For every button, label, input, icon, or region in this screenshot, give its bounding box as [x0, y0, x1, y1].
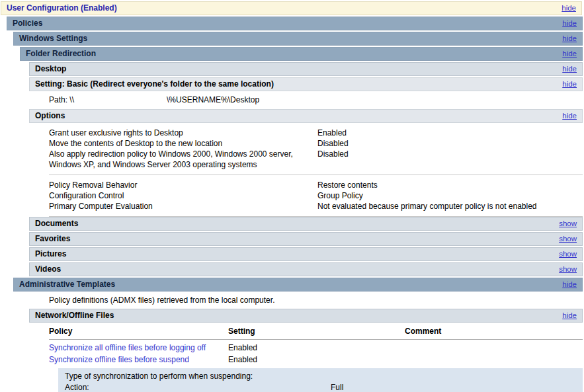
- favorites-show-link[interactable]: show: [559, 234, 577, 244]
- option-row: Grant user exclusive rights to Desktop E…: [49, 128, 583, 138]
- folder-redirection-header-bar: Folder Redirection hide: [20, 47, 583, 61]
- videos-title: Videos: [35, 264, 61, 274]
- detail-description: Type of synchronization to perform when …: [65, 371, 576, 382]
- policies-header-bar: Policies hide: [7, 17, 583, 30]
- behavior-row: Primary Computer Evaluation Not evaluate…: [49, 201, 583, 212]
- options-table: Grant user exclusive rights to Desktop E…: [49, 124, 583, 175]
- option-row: Move the contents of Desktop to the new …: [49, 138, 583, 149]
- option-value: Disabled: [317, 149, 583, 170]
- behavior-name: Policy Removal Behavior: [49, 180, 317, 190]
- behavior-row: Policy Removal Behavior Restore contents: [49, 180, 583, 190]
- desktop-setting-hide-link[interactable]: hide: [562, 79, 577, 89]
- network-offline-files-header-bar: Network/Offline Files hide: [29, 309, 583, 323]
- option-name: Grant user exclusive rights to Desktop: [49, 128, 317, 138]
- policies-title: Policies: [13, 19, 42, 28]
- column-header-policy: Policy: [49, 327, 228, 336]
- windows-settings-hide-link[interactable]: hide: [562, 34, 577, 44]
- policy-row: Synchronize offline files before suspend…: [49, 354, 583, 366]
- pictures-header-bar: Pictures show: [29, 247, 583, 261]
- user-configuration-hide-link[interactable]: hide: [562, 3, 576, 13]
- desktop-path-row: Path: \\\%USERNAME%\Desktop: [29, 93, 583, 109]
- behavior-value: Restore contents: [317, 180, 583, 190]
- option-value: Enabled: [317, 128, 583, 138]
- network-offline-files-hide-link[interactable]: hide: [562, 311, 577, 321]
- policy-detail-block: Type of synchronization to perform when …: [58, 368, 583, 392]
- desktop-section: Desktop hide Setting: Basic (Redirect ev…: [29, 62, 583, 276]
- policy-setting-value: Enabled: [228, 342, 405, 353]
- windows-settings-section: Windows Settings hide Folder Redirection…: [13, 32, 583, 392]
- desktop-header-bar: Desktop hide: [29, 62, 583, 76]
- behavior-name: Primary Computer Evaluation: [49, 201, 317, 212]
- network-policies-table: Policy Setting Comment Synchronize all o…: [49, 324, 583, 392]
- windows-settings-title: Windows Settings: [19, 34, 87, 44]
- documents-title: Documents: [35, 219, 78, 229]
- videos-show-link[interactable]: show: [559, 264, 577, 274]
- user-configuration-title: User Configuration (Enabled): [7, 3, 117, 13]
- desktop-setting-header-bar: Setting: Basic (Redirect everyone's fold…: [29, 77, 583, 91]
- policy-link-sync-logoff[interactable]: Synchronize all offline files before log…: [49, 343, 206, 352]
- policies-section: Policies hide Windows Settings hide Fold…: [7, 17, 583, 392]
- path-label: Path: \\: [49, 95, 74, 104]
- detail-action-label: Action:: [65, 382, 331, 392]
- administrative-templates-title: Administrative Templates: [19, 280, 115, 290]
- desktop-title: Desktop: [35, 64, 66, 74]
- desktop-hide-link[interactable]: hide: [562, 64, 577, 74]
- policies-hide-link[interactable]: hide: [562, 19, 577, 28]
- documents-show-link[interactable]: show: [559, 219, 577, 229]
- user-configuration-header-bar: User Configuration (Enabled) hide: [1, 1, 582, 15]
- options-hide-link[interactable]: hide: [562, 111, 577, 121]
- favorites-header-bar: Favorites show: [29, 232, 583, 246]
- network-offline-files-section: Network/Offline Files hide Policy Settin…: [29, 309, 583, 392]
- desktop-setting-title: Setting: Basic (Redirect everyone's fold…: [35, 79, 274, 89]
- favorites-title: Favorites: [35, 234, 70, 244]
- options-header-bar: Options hide: [29, 109, 583, 123]
- folder-redirection-hide-link[interactable]: hide: [562, 49, 577, 59]
- options-title: Options: [35, 111, 65, 121]
- pictures-show-link[interactable]: show: [559, 249, 577, 259]
- folder-redirection-section: Folder Redirection hide Desktop hide Set…: [20, 47, 583, 276]
- windows-settings-header-bar: Windows Settings hide: [13, 32, 583, 46]
- gpo-settings-report: User Configuration (Enabled) hide Polici…: [0, 0, 584, 392]
- column-header-setting: Setting: [228, 327, 405, 336]
- behavior-name: Configuration Control: [49, 190, 317, 201]
- administrative-templates-header-bar: Administrative Templates hide: [13, 278, 583, 292]
- option-name: Also apply redirection policy to Windows…: [49, 149, 317, 170]
- pictures-title: Pictures: [35, 249, 66, 259]
- policy-comment-value: [405, 354, 583, 365]
- policy-comment-value: [405, 342, 583, 353]
- videos-header-bar: Videos show: [29, 262, 583, 276]
- administrative-templates-section: Administrative Templates hide Policy def…: [13, 278, 583, 392]
- network-table-header: Policy Setting Comment: [49, 324, 583, 340]
- policy-link-sync-suspend[interactable]: Synchronize offline files before suspend: [49, 355, 189, 364]
- administrative-templates-hide-link[interactable]: hide: [562, 280, 577, 290]
- behavior-value: Not evaluated because primary computer p…: [317, 201, 583, 212]
- folder-redirection-title: Folder Redirection: [26, 49, 96, 59]
- admx-note: Policy definitions (ADMX files) retrieve…: [13, 293, 583, 309]
- behavior-table: Policy Removal Behavior Restore contents…: [49, 175, 583, 217]
- option-name: Move the contents of Desktop to the new …: [49, 138, 317, 149]
- column-header-comment: Comment: [405, 327, 583, 336]
- behavior-value: Group Policy: [317, 190, 583, 201]
- option-row: Also apply redirection policy to Windows…: [49, 149, 583, 170]
- detail-action-row: Action: Full: [65, 382, 576, 392]
- documents-header-bar: Documents show: [29, 217, 583, 231]
- option-value: Disabled: [317, 138, 583, 149]
- behavior-row: Configuration Control Group Policy: [49, 190, 583, 201]
- path-suffix: \%USERNAME%\Desktop: [167, 95, 259, 104]
- detail-action-value: Full: [331, 382, 576, 392]
- policy-row: Synchronize all offline files before log…: [49, 342, 583, 354]
- policy-setting-value: Enabled: [228, 354, 405, 365]
- network-offline-files-title: Network/Offline Files: [35, 311, 114, 321]
